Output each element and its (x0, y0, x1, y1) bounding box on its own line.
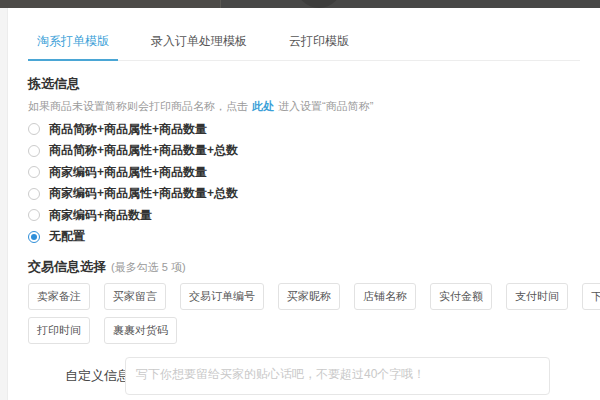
trade-tag-row-2: 打印时间 裹裹对货码 (28, 317, 580, 344)
browser-tab-seam (0, 0, 221, 8)
tag-paid-amount[interactable]: 实付金额 (430, 283, 492, 310)
left-gutter (0, 8, 8, 400)
radio-icon[interactable] (28, 166, 40, 178)
option-abbr-attr-qty[interactable]: 商品简称+商品属性+商品数量 (28, 123, 580, 135)
hint-prefix: 如果商品未设置简称则会打印商品名称，点击 (28, 100, 248, 112)
tag-buyer-message[interactable]: 买家留言 (104, 283, 166, 310)
tag-guoguo-pickup-code[interactable]: 裹裹对货码 (104, 317, 177, 344)
tag-trade-order-number[interactable]: 交易订单编号 (180, 283, 264, 310)
here-link[interactable]: 此处 (252, 100, 274, 112)
option-label: 商家编码+商品数量 (49, 207, 152, 224)
radio-icon[interactable] (28, 188, 40, 200)
tag-shop-name[interactable]: 店铺名称 (354, 283, 416, 310)
custom-message-label: 自定义信息 (28, 357, 125, 395)
custom-message-input[interactable] (125, 357, 550, 395)
tag-seller-remark[interactable]: 卖家备注 (28, 283, 90, 310)
option-label: 商家编码+商品属性+商品数量+总数 (49, 185, 238, 202)
option-code-attr-qty-total[interactable]: 商家编码+商品属性+商品数量+总数 (28, 188, 580, 200)
option-label: 商品简称+商品属性+商品数量 (49, 121, 207, 138)
tag-pay-time[interactable]: 支付时间 (506, 283, 568, 310)
trade-info-limit-note: (最多勾选 5 项) (111, 260, 186, 275)
tab-cloud-print-template[interactable]: 云打印模版 (280, 28, 358, 60)
picking-info-title: 拣选信息 (28, 75, 580, 93)
trade-info-title-row: 交易信息选择 (最多勾选 5 项) (28, 258, 580, 276)
radio-icon[interactable] (28, 145, 40, 157)
option-abbr-attr-qty-total[interactable]: 商品简称+商品属性+商品数量+总数 (28, 145, 580, 157)
option-code-qty[interactable]: 商家编码+商品数量 (28, 209, 580, 221)
trade-tag-row-1: 卖家备注 买家留言 交易订单编号 买家昵称 店铺名称 实付金额 支付时间 下单时… (28, 283, 580, 310)
tab-taobao-print-template[interactable]: 淘系打单模版 (28, 28, 118, 60)
option-label: 商家编码+商品属性+商品数量 (49, 164, 207, 181)
hint-suffix: 进入设置“商品简称” (278, 100, 373, 112)
tag-buyer-nickname[interactable]: 买家昵称 (278, 283, 340, 310)
picking-option-list: 商品简称+商品属性+商品数量 商品简称+商品属性+商品数量+总数 商家编码+商品… (28, 123, 580, 243)
option-code-attr-qty[interactable]: 商家编码+商品属性+商品数量 (28, 166, 580, 178)
tag-print-time[interactable]: 打印时间 (28, 317, 90, 344)
option-none[interactable]: 无配置 (28, 231, 580, 243)
browser-top-strip (0, 0, 600, 8)
radio-icon[interactable] (28, 209, 40, 221)
radio-icon[interactable] (28, 231, 40, 243)
template-tabs: 淘系打单模版 录入订单处理模板 云打印模版 (28, 28, 580, 61)
radio-icon[interactable] (28, 123, 40, 135)
template-settings-page: 淘系打单模版 录入订单处理模板 云打印模版 拣选信息 如果商品未设置简称则会打印… (8, 8, 600, 400)
tab-manual-order-template[interactable]: 录入订单处理模板 (142, 28, 256, 60)
option-label: 商品简称+商品属性+商品数量+总数 (49, 142, 238, 159)
avatar-arc-decoration (296, 0, 342, 8)
trade-info-title: 交易信息选择 (28, 258, 106, 276)
custom-message-row: 自定义信息 (28, 357, 580, 395)
tag-order-time[interactable]: 下单时间 (582, 283, 600, 310)
option-label: 无配置 (49, 228, 85, 245)
picking-info-hint: 如果商品未设置简称则会打印商品名称，点击此处进入设置“商品简称” (28, 99, 580, 114)
